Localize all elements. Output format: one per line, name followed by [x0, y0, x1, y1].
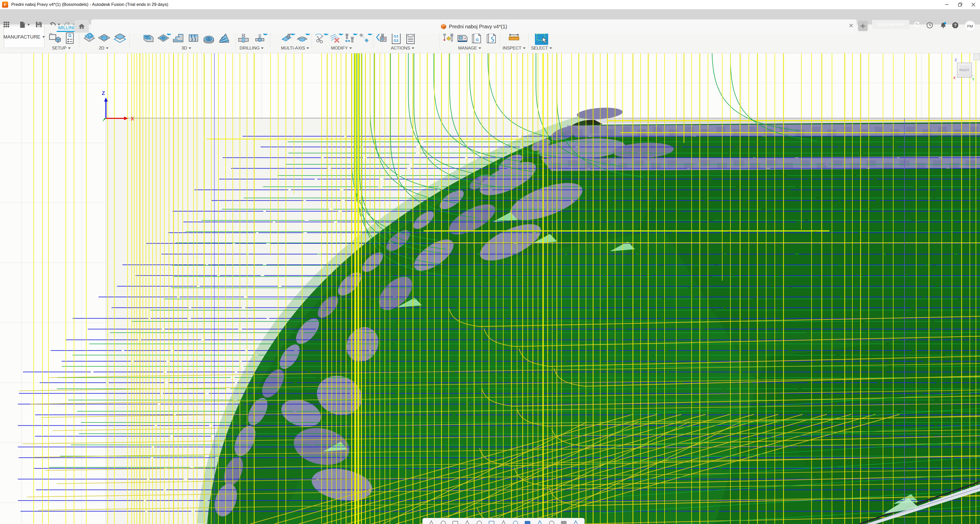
navbar-icon-5[interactable]: [488, 520, 495, 524]
navbar-icon-0[interactable]: [428, 520, 435, 524]
window-title: Predni naboj Pravy v4*(1) (Bossmodels) -…: [11, 2, 168, 7]
group-label-manage[interactable]: MANAGE: [458, 46, 481, 51]
group-label-3d[interactable]: 3D: [181, 46, 191, 51]
navbar-icon-4[interactable]: [476, 520, 483, 524]
viewcube-z-axis-label: Z: [955, 58, 957, 62]
minimize-button[interactable]: [940, 0, 953, 9]
home-view-button[interactable]: [75, 20, 89, 33]
tab-close-icon[interactable]: [849, 24, 853, 29]
viewcube-face-label[interactable]: RIGHT: [959, 65, 969, 75]
group-label-drilling[interactable]: DRILLING: [240, 46, 264, 51]
svg-text:G: G: [68, 33, 72, 38]
group-label-setup[interactable]: SETUP: [52, 46, 71, 51]
nc-program-icon: G: [63, 32, 76, 45]
extensions-button[interactable]: [911, 20, 922, 29]
title-bar: F Predni naboj Pravy v4*(1) (Bossmodels)…: [0, 0, 980, 9]
workspace-label: MANUFACTURE: [3, 34, 40, 40]
workspace-selector[interactable]: MANUFACTURE: [4, 26, 45, 48]
group-label-modify[interactable]: MODIFY: [331, 46, 352, 51]
viewcube-x-axis-label: X: [953, 76, 956, 80]
group-label-2d[interactable]: 2D: [99, 46, 108, 51]
restore-button[interactable]: [953, 0, 967, 9]
new-setup-icon: [48, 32, 62, 45]
navigation-bar: [422, 518, 585, 524]
group-label-inspect[interactable]: INSPECT: [503, 46, 525, 51]
navbar-icon-9[interactable]: [536, 520, 544, 524]
close-button[interactable]: [967, 0, 980, 9]
svg-text:G2: G2: [393, 38, 398, 43]
viewcube-y-axis-label: -Y: [972, 73, 974, 81]
application-bar: Predni naboj Pravy v4*(1) Subscribe Now …: [0, 9, 980, 24]
save-icon[interactable]: [36, 21, 42, 27]
document-cube-icon: [441, 24, 446, 30]
new-tab-button[interactable]: [858, 21, 868, 31]
document-tab[interactable]: Predni naboj Pravy v4*(1): [91, 19, 857, 34]
app-launcher-grid-icon[interactable]: [3, 21, 10, 27]
group-label-multi-axis[interactable]: MULTI-AXIS: [281, 46, 309, 51]
file-menu-icon[interactable]: [19, 21, 30, 28]
svg-text:X: X: [130, 116, 134, 121]
svg-text:?: ?: [954, 23, 956, 28]
view-cube[interactable]: RIGHT Z X -Y: [957, 63, 972, 78]
svg-text:G: G: [476, 38, 479, 42]
navbar-icon-12[interactable]: [572, 520, 579, 524]
navbar-icon-6[interactable]: [500, 520, 508, 524]
tool-nc-program-button[interactable]: G: [63, 32, 76, 45]
navbar-icon-1[interactable]: [439, 520, 447, 524]
navbar-icon-10[interactable]: [548, 520, 555, 524]
user-avatar[interactable]: PM: [965, 21, 975, 32]
tool-new-setup-button[interactable]: [48, 32, 62, 45]
toolpath-simulation-canvas[interactable]: ZX: [0, 53, 980, 524]
svg-text:Z: Z: [102, 90, 105, 96]
navbar-icon-7[interactable]: [512, 520, 519, 524]
navbar-icon-8[interactable]: [524, 520, 531, 524]
help-icon[interactable]: ?: [952, 22, 959, 30]
document-tab-label: Predni naboj Pravy v4*(1): [449, 24, 507, 30]
navbar-icon-11[interactable]: [560, 520, 568, 524]
svg-text:G1: G1: [393, 34, 398, 38]
navbar-icon-2[interactable]: [452, 520, 459, 524]
viewcube-home-icon[interactable]: [974, 54, 980, 60]
fusion-app-icon: F: [2, 2, 8, 8]
undo-icon[interactable]: [49, 21, 60, 27]
subscribe-button[interactable]: Subscribe Now: [872, 20, 909, 29]
notifications-bell-icon[interactable]: [940, 22, 947, 30]
group-label-actions[interactable]: ACTIONS: [391, 46, 414, 51]
model-viewport[interactable]: ZX RIGHT Z X -Y: [0, 53, 980, 524]
redo-icon[interactable]: [64, 21, 75, 27]
job-status-icon[interactable]: [926, 22, 933, 30]
group-label-select[interactable]: SELECT: [531, 46, 552, 51]
navbar-icon-3[interactable]: [463, 520, 471, 524]
